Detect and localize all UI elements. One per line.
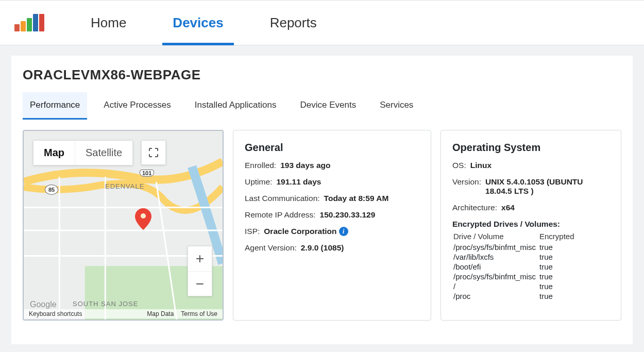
terms-link[interactable]: Terms of Use <box>181 310 217 317</box>
svg-point-8 <box>141 213 146 219</box>
drive-encrypted: true <box>539 253 608 261</box>
google-logo: Google <box>30 300 57 309</box>
remoteip-value: 150.230.33.129 <box>320 210 376 220</box>
topbar: Home Devices Reports <box>0 0 644 45</box>
drive-volume: /proc/sys/fs/binfmt_misc <box>453 272 538 281</box>
drive-volume: /proc <box>453 292 538 300</box>
drive-encrypted: true <box>539 282 608 291</box>
zoom-control: + − <box>188 246 212 296</box>
tab-performance[interactable]: Performance <box>23 92 87 120</box>
table-row: /proc/sys/fs/binfmt_misctrue <box>453 272 608 281</box>
agent-value: 2.9.0 (1085) <box>301 243 344 253</box>
drive-encrypted: true <box>539 262 608 271</box>
map-pin-icon <box>134 208 152 232</box>
tab-services[interactable]: Services <box>372 92 420 120</box>
map-type-toggle: Map Satellite <box>33 140 133 165</box>
os-title: Operating System <box>452 142 609 154</box>
table-row: /boot/efitrue <box>453 262 608 271</box>
zoom-out-button[interactable]: − <box>188 271 212 296</box>
main-nav: Home Devices Reports <box>80 1 327 45</box>
general-card: General Enrolled: 193 days ago Uptime: 1… <box>233 130 431 321</box>
version-label: Version: <box>452 177 481 187</box>
os-label: OS: <box>452 161 466 170</box>
tab-device-events[interactable]: Device Events <box>293 92 364 120</box>
fullscreen-button[interactable] <box>141 140 166 165</box>
isp-value: Oracle Corporation <box>264 227 336 236</box>
arch-value: x64 <box>501 203 515 212</box>
nav-home[interactable]: Home <box>80 1 137 45</box>
remoteip-label: Remote IP Address: <box>245 210 316 220</box>
arch-label: Architecture: <box>452 203 497 212</box>
place-edenvale: EDENVALE <box>105 182 144 190</box>
nav-reports[interactable]: Reports <box>260 1 327 45</box>
page-title: ORACLEVMX86-WEBPAGE <box>23 67 621 83</box>
tab-active-processes[interactable]: Active Processes <box>96 92 178 120</box>
highway-85-shield: 85 <box>45 185 58 195</box>
table-row: /proc/sys/fs/binfmt_misctrue <box>453 243 608 252</box>
zoom-in-button[interactable]: + <box>188 246 212 271</box>
tab-installed-applications[interactable]: Installed Applications <box>188 92 284 120</box>
uptime-label: Uptime: <box>245 177 272 187</box>
lastcomm-value: Today at 8:59 AM <box>324 194 389 203</box>
keyboard-shortcuts-link[interactable]: Keyboard shortcuts <box>29 310 82 317</box>
drive-volume: /var/lib/lxcfs <box>453 253 538 261</box>
drives-col-encrypted: Encrypted <box>539 232 608 242</box>
enrolled-value: 193 days ago <box>280 161 330 170</box>
fullscreen-icon <box>148 147 159 158</box>
drive-volume: /proc/sys/fs/binfmt_misc <box>453 243 538 252</box>
enrolled-label: Enrolled: <box>245 161 276 170</box>
drive-volume: / <box>453 282 538 291</box>
map-type-satellite[interactable]: Satellite <box>75 141 132 165</box>
drive-volume: /boot/efi <box>453 262 538 271</box>
uptime-value: 191.11 days <box>276 177 321 187</box>
drives-header: Encrypted Drives / Volumes: <box>452 220 609 229</box>
version-value: UNIX 5.4.0.1053 (UBUNTU 18.04.5 LTS ) <box>485 177 609 196</box>
map-data-link[interactable]: Map Data <box>147 310 174 317</box>
map-footer: Keyboard shortcuts Map Data Terms of Use <box>24 309 223 319</box>
drives-table: Drive / Volume Encrypted /proc/sys/fs/bi… <box>452 231 609 301</box>
agent-label: Agent Version: <box>245 243 297 253</box>
os-value: Linux <box>470 161 492 170</box>
nav-devices[interactable]: Devices <box>162 1 233 45</box>
page-container: ORACLEVMX86-WEBPAGE Performance Active P… <box>11 56 633 344</box>
highway-101-shield: 101 <box>140 170 154 177</box>
os-card: Operating System OS: Linux Version: UNIX… <box>440 130 621 321</box>
lastcomm-label: Last Communication: <box>245 194 320 203</box>
isp-label: ISP: <box>245 227 260 236</box>
drive-encrypted: true <box>539 243 608 252</box>
map-type-map[interactable]: Map <box>33 141 75 165</box>
general-title: General <box>245 142 419 154</box>
drives-col-volume: Drive / Volume <box>453 232 538 242</box>
table-row: /proctrue <box>453 292 608 300</box>
drive-encrypted: true <box>539 292 608 300</box>
drive-encrypted: true <box>539 272 608 281</box>
place-south-san-jose: SOUTH SAN JOSE <box>73 300 138 308</box>
map-card[interactable]: 101 85 EDENVALE SOUTH SAN JOSE Map Satel… <box>23 130 224 321</box>
subtabs: Performance Active Processes Installed A… <box>23 92 621 120</box>
table-row: /var/lib/lxcfstrue <box>453 253 608 261</box>
logo <box>14 14 44 31</box>
table-row: /true <box>453 282 608 291</box>
info-icon[interactable]: i <box>339 227 348 236</box>
